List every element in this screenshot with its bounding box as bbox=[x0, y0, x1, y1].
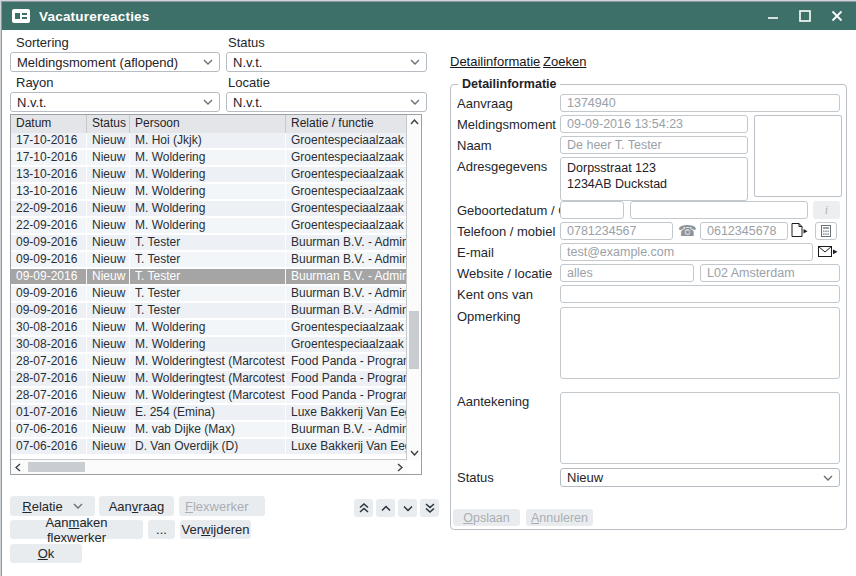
table-row[interactable]: 09-09-2016 Nieuw T. Tester Buurman B.V. … bbox=[11, 303, 407, 320]
naam-label: Naam bbox=[457, 138, 492, 153]
relatie-button[interactable]: Relatie bbox=[10, 496, 95, 516]
close-button[interactable] bbox=[828, 7, 846, 25]
cell-datum: 09-09-2016 bbox=[11, 252, 87, 267]
mobiel-field[interactable]: 0612345678 bbox=[700, 222, 788, 240]
geboortedatum-field[interactable] bbox=[560, 201, 624, 219]
minimize-button[interactable] bbox=[764, 7, 782, 25]
cv-info-button[interactable]: i bbox=[813, 201, 840, 219]
aanmaken-flexwerker-button[interactable]: Aanmaken flexwerker bbox=[10, 520, 143, 539]
cell-datum: 22-09-2016 bbox=[11, 201, 87, 216]
cell-status: Nieuw bbox=[87, 218, 130, 233]
table-row[interactable]: 09-09-2016 Nieuw T. Tester Buurman B.V. … bbox=[11, 269, 407, 286]
chevron-right-icon bbox=[397, 463, 403, 472]
verwijderen-button[interactable]: Verwijderen bbox=[180, 520, 251, 539]
table-row[interactable]: 22-09-2016 Nieuw M. Woldering Groentespe… bbox=[11, 201, 407, 218]
table-row[interactable]: 30-08-2016 Nieuw M. Woldering Groentespe… bbox=[11, 320, 407, 337]
scroll-up-button[interactable] bbox=[407, 115, 421, 129]
col-header-status[interactable]: Status bbox=[87, 115, 130, 133]
table-row[interactable]: 28-07-2016 Nieuw M. Wolderingtest (Marco… bbox=[11, 388, 407, 405]
status-filter-select[interactable]: N.v.t. bbox=[226, 52, 427, 72]
scroll-right-button[interactable] bbox=[393, 460, 407, 474]
cell-status: Nieuw bbox=[87, 388, 130, 403]
table-header: Datum Status Persoon Relatie / functie bbox=[11, 115, 407, 133]
jump-bottom-button[interactable] bbox=[420, 499, 439, 517]
col-header-datum[interactable]: Datum bbox=[11, 115, 87, 133]
copy-document-button[interactable] bbox=[791, 223, 808, 242]
cell-persoon: T. Tester bbox=[130, 303, 286, 318]
vertical-scroll-thumb[interactable] bbox=[409, 311, 419, 369]
chevron-down-icon bbox=[410, 450, 419, 456]
cell-relatie: Groentespeciaalzaak "... bbox=[286, 201, 407, 216]
chevron-left-icon bbox=[15, 463, 21, 472]
cv-field[interactable] bbox=[630, 201, 808, 219]
ok-button[interactable]: Ok bbox=[10, 544, 82, 563]
cell-status: Nieuw bbox=[87, 422, 130, 437]
scroll-down-button[interactable] bbox=[407, 446, 421, 460]
cell-persoon: D. Van Overdijk (D) bbox=[130, 439, 286, 454]
meldingsmoment-field[interactable]: 09-09-2016 13:54:23 bbox=[560, 115, 748, 133]
cell-persoon: T. Tester bbox=[130, 235, 286, 250]
rayon-label: Rayon bbox=[16, 75, 54, 90]
opslaan-button-label: Opslaan bbox=[463, 511, 510, 525]
tab-zoeken[interactable]: Zoeken bbox=[543, 54, 586, 69]
table-row[interactable]: 17-10-2016 Nieuw M. Hoi (Jkjk) Groentesp… bbox=[11, 133, 407, 150]
aanvraag-button[interactable]: Aanvraag bbox=[99, 496, 174, 516]
table-row[interactable]: 09-09-2016 Nieuw T. Tester Buurman B.V. … bbox=[11, 286, 407, 303]
aanvraag-field[interactable]: 1374940 bbox=[560, 94, 840, 112]
table-row[interactable]: 28-07-2016 Nieuw M. Wolderingtest (Marco… bbox=[11, 371, 407, 388]
more-button[interactable]: ... bbox=[148, 520, 175, 539]
status-select[interactable]: Nieuw bbox=[560, 468, 840, 487]
tab-detailinformatie[interactable]: Detailinformatie bbox=[450, 54, 540, 69]
cell-relatie: Buurman B.V. - Admini... bbox=[286, 286, 407, 301]
table-row[interactable]: 09-09-2016 Nieuw T. Tester Buurman B.V. … bbox=[11, 252, 407, 269]
naam-field[interactable]: De heer T. Tester bbox=[560, 136, 748, 154]
website-field[interactable]: alles bbox=[560, 264, 694, 282]
sortering-select[interactable]: Meldingsmoment (aflopend) bbox=[10, 52, 220, 72]
maximize-button[interactable] bbox=[796, 7, 814, 25]
aantekening-field[interactable] bbox=[560, 392, 840, 464]
move-up-button[interactable] bbox=[376, 499, 395, 517]
move-down-button[interactable] bbox=[398, 499, 417, 517]
opslaan-button[interactable]: Opslaan bbox=[453, 509, 520, 526]
col-header-relatie[interactable]: Relatie / functie bbox=[286, 115, 407, 133]
telefoon-field[interactable]: 0781234567 bbox=[560, 222, 673, 240]
vertical-scrollbar[interactable] bbox=[406, 115, 421, 460]
cell-relatie: Buurman B.V. - Admini... bbox=[286, 252, 407, 267]
jump-top-button[interactable] bbox=[354, 499, 373, 517]
table-row[interactable]: 17-10-2016 Nieuw M. Woldering Groentespe… bbox=[11, 150, 407, 167]
cell-datum: 09-09-2016 bbox=[11, 269, 87, 284]
envelope-arrow-icon bbox=[818, 246, 838, 259]
dial-pad-button[interactable] bbox=[815, 222, 837, 240]
double-chevron-up-icon bbox=[359, 503, 369, 513]
locatie-filter-select[interactable]: N.v.t. bbox=[226, 92, 427, 112]
send-email-button[interactable] bbox=[818, 245, 838, 263]
table-row[interactable]: 13-10-2016 Nieuw M. Woldering Groentespe… bbox=[11, 167, 407, 184]
cell-status: Nieuw bbox=[87, 235, 130, 250]
table-row[interactable]: 30-08-2016 Nieuw M. Woldering Groentespe… bbox=[11, 337, 407, 354]
flexwerker-button[interactable]: Flexwerker bbox=[179, 496, 265, 516]
adresgegevens-field[interactable]: Dorpsstraat 123 1234AB Duckstad bbox=[560, 157, 748, 201]
table-row[interactable]: 13-10-2016 Nieuw M. Woldering Groentespe… bbox=[11, 184, 407, 201]
cell-status: Nieuw bbox=[87, 133, 130, 148]
locatie-field[interactable]: L02 Amsterdam bbox=[700, 264, 840, 282]
sortering-label: Sortering bbox=[16, 35, 69, 50]
cell-relatie: Food Panda - Program... bbox=[286, 388, 407, 403]
horizontal-scroll-thumb[interactable] bbox=[28, 462, 85, 472]
table-row[interactable]: 07-06-2016 Nieuw M. vab Dijke (Max) Buur… bbox=[11, 422, 407, 439]
table-row[interactable]: 09-09-2016 Nieuw T. Tester Buurman B.V. … bbox=[11, 235, 407, 252]
table-row[interactable]: 28-07-2016 Nieuw M. Wolderingtest (Marco… bbox=[11, 354, 407, 371]
horizontal-scrollbar[interactable] bbox=[11, 459, 407, 474]
table-row[interactable]: 07-06-2016 Nieuw D. Van Overdijk (D) Lux… bbox=[11, 439, 407, 456]
status-label: Status bbox=[457, 470, 494, 485]
chevron-down-icon bbox=[403, 505, 413, 512]
annuleren-button[interactable]: Annuleren bbox=[526, 509, 593, 526]
table-row[interactable]: 22-09-2016 Nieuw M. Woldering Groentespe… bbox=[11, 218, 407, 235]
table-row[interactable]: 01-07-2016 Nieuw E. 254 (Emina) Luxe Bak… bbox=[11, 405, 407, 422]
rayon-select[interactable]: N.v.t. bbox=[10, 92, 220, 112]
scroll-left-button[interactable] bbox=[11, 460, 25, 474]
kent-ons-van-field[interactable] bbox=[560, 285, 840, 303]
cell-status: Nieuw bbox=[87, 303, 130, 318]
col-header-persoon[interactable]: Persoon bbox=[130, 115, 286, 133]
email-field[interactable]: test@example.com bbox=[560, 243, 813, 261]
opmerking-field[interactable] bbox=[560, 307, 840, 379]
